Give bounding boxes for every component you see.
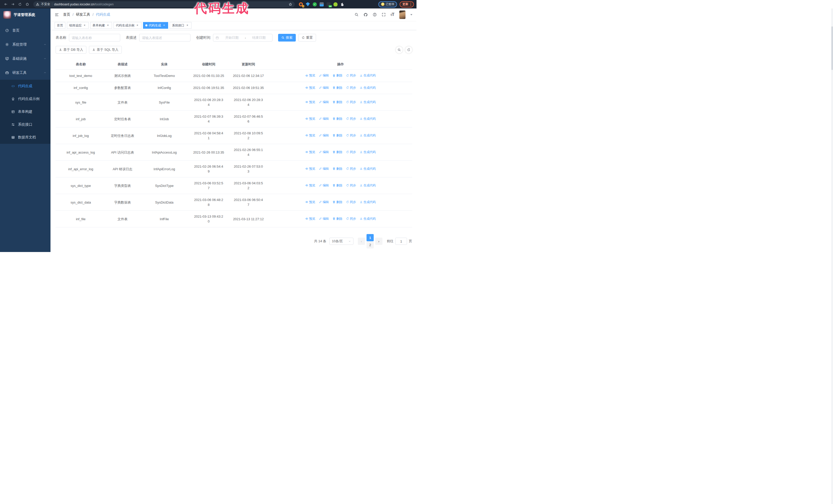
- action-sync[interactable]: 同步: [346, 216, 356, 221]
- action-sync[interactable]: 同步: [346, 73, 356, 78]
- tab-4[interactable]: 代码生成示例×: [114, 22, 142, 29]
- action-eye[interactable]: 预览: [305, 116, 315, 121]
- refresh-table-button[interactable]: [405, 46, 412, 53]
- action-download[interactable]: 生成代码: [360, 216, 376, 221]
- action-eye[interactable]: 预览: [305, 73, 315, 78]
- hamburger-icon[interactable]: [54, 13, 59, 17]
- puzzle-icon[interactable]: [340, 2, 344, 6]
- sidebar-subitem-code[interactable]: 代码生成: [0, 80, 50, 93]
- paused-badge[interactable]: 已暂停: [378, 1, 397, 7]
- reload-icon[interactable]: [17, 1, 23, 7]
- action-del[interactable]: 删除: [332, 100, 342, 104]
- action-download[interactable]: 生成代码: [360, 166, 376, 171]
- chevron-down-icon[interactable]: [410, 14, 412, 16]
- action-eye[interactable]: 预览: [305, 166, 315, 171]
- back-icon[interactable]: [3, 1, 9, 7]
- action-edit[interactable]: 编辑: [319, 166, 329, 171]
- end-date-placeholder[interactable]: 结束日期: [248, 35, 270, 40]
- address-bar[interactable]: 不安全 dashboard.yudao.iocoder.cn/tool/code…: [33, 1, 295, 7]
- action-eye[interactable]: 预览: [305, 150, 315, 154]
- action-sync[interactable]: 同步: [346, 133, 356, 138]
- jump-page-input[interactable]: [395, 238, 407, 245]
- close-icon[interactable]: ×: [186, 24, 189, 27]
- action-download[interactable]: 生成代码: [360, 200, 376, 205]
- extension-gem-icon[interactable]: [306, 2, 310, 6]
- table-name-input[interactable]: [69, 34, 120, 42]
- action-sync[interactable]: 同步: [346, 150, 356, 154]
- action-sync[interactable]: 同步: [346, 100, 356, 104]
- close-icon[interactable]: ×: [162, 24, 166, 27]
- page-button-1[interactable]: 1: [366, 234, 374, 241]
- url-text[interactable]: dashboard.yudao.iocoder.cn/tool/codegen: [54, 3, 287, 6]
- sidebar-subitem-example[interactable]: 代码生成示例: [0, 93, 50, 105]
- extension-check-icon[interactable]: ✓: [313, 2, 317, 6]
- avatar[interactable]: [399, 10, 405, 19]
- search-icon[interactable]: [355, 13, 359, 17]
- close-icon[interactable]: ×: [136, 24, 139, 27]
- github-icon[interactable]: [363, 13, 368, 17]
- tab-5[interactable]: 代码生成×: [143, 22, 168, 29]
- action-download[interactable]: 生成代码: [360, 100, 376, 104]
- help-icon[interactable]: [373, 13, 377, 17]
- action-eye[interactable]: 预览: [305, 183, 315, 188]
- action-del[interactable]: 删除: [332, 116, 342, 121]
- toggle-search-button[interactable]: [396, 46, 403, 53]
- action-download[interactable]: 生成代码: [360, 116, 376, 121]
- action-sync[interactable]: 同步: [346, 200, 356, 205]
- action-download[interactable]: 生成代码: [360, 133, 376, 138]
- start-date-placeholder[interactable]: 开始日期: [221, 35, 243, 40]
- sidebar-item-toolbox[interactable]: 研发工具: [0, 66, 50, 80]
- sidebar-item-dashboard[interactable]: 首页: [0, 23, 50, 38]
- action-sync[interactable]: 同步: [346, 116, 356, 121]
- security-label[interactable]: 不安全: [41, 2, 50, 6]
- action-sync[interactable]: 同步: [346, 86, 356, 90]
- action-eye[interactable]: 预览: [305, 100, 315, 104]
- action-edit[interactable]: 编辑: [319, 133, 329, 138]
- action-del[interactable]: 删除: [332, 73, 342, 78]
- action-edit[interactable]: 编辑: [319, 86, 329, 90]
- action-sync[interactable]: 同步: [346, 183, 356, 188]
- action-download[interactable]: 生成代码: [360, 150, 376, 154]
- action-del[interactable]: 删除: [332, 200, 342, 205]
- forward-icon[interactable]: [10, 1, 16, 7]
- sql-import-button[interactable]: 基于 SQL 导入: [89, 46, 122, 54]
- prev-page-button[interactable]: ‹: [358, 238, 365, 245]
- next-page-button[interactable]: ›: [375, 238, 382, 245]
- table-desc-input[interactable]: [139, 34, 190, 42]
- action-edit[interactable]: 编辑: [319, 116, 329, 121]
- sidebar-subitem-form[interactable]: 表单构建: [0, 105, 50, 118]
- page-size-select[interactable]: 10条/页: [329, 238, 353, 245]
- action-download[interactable]: 生成代码: [360, 73, 376, 78]
- font-size-icon[interactable]: tT: [390, 12, 395, 17]
- sidebar-subitem-sliders[interactable]: 系统接口: [0, 118, 50, 131]
- action-sync[interactable]: 同步: [346, 166, 356, 171]
- action-edit[interactable]: 编辑: [319, 150, 329, 154]
- action-edit[interactable]: 编辑: [319, 73, 329, 78]
- date-range-picker[interactable]: 开始日期 - 结束日期: [213, 34, 272, 42]
- breadcrumb-tools[interactable]: 研发工具: [76, 12, 90, 17]
- menu-dots-icon[interactable]: [410, 3, 411, 6]
- action-del[interactable]: 删除: [332, 183, 342, 188]
- action-download[interactable]: 生成代码: [360, 183, 376, 188]
- reset-button[interactable]: 重置: [298, 34, 316, 42]
- page-button-2[interactable]: 2: [366, 241, 374, 248]
- bookmark-star-icon[interactable]: [289, 3, 292, 6]
- tab-6[interactable]: 系统接口×: [170, 22, 191, 29]
- db-import-button[interactable]: 基于 DB 导入: [56, 46, 86, 54]
- tab-1[interactable]: 首页: [54, 22, 65, 29]
- action-del[interactable]: 删除: [332, 166, 342, 171]
- action-eye[interactable]: 预览: [305, 216, 315, 221]
- home-icon[interactable]: [24, 1, 30, 7]
- action-del[interactable]: 删除: [332, 133, 342, 138]
- sidebar-item-monitor[interactable]: 基础设施: [0, 51, 50, 66]
- breadcrumb-home[interactable]: 首页: [63, 12, 70, 17]
- close-icon[interactable]: ×: [106, 24, 110, 27]
- extension-green-icon[interactable]: [333, 2, 337, 6]
- sidebar-item-gear[interactable]: 系统管理: [0, 38, 50, 51]
- action-edit[interactable]: 编辑: [319, 100, 329, 104]
- action-eye[interactable]: 预览: [305, 86, 315, 90]
- action-edit[interactable]: 编辑: [319, 216, 329, 221]
- sidebar-subitem-dbdoc[interactable]: 数据库文档: [0, 131, 50, 144]
- action-del[interactable]: 删除: [332, 150, 342, 154]
- update-button[interactable]: 更新: [400, 1, 414, 7]
